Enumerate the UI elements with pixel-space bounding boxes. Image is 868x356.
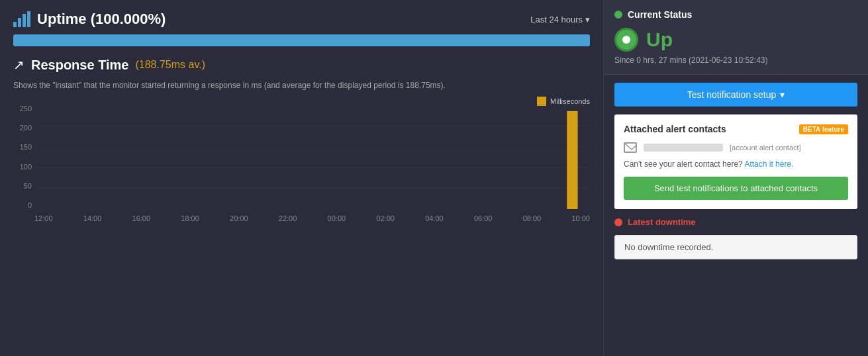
chart-inner <box>34 105 590 209</box>
current-status-title: Current Status <box>614 9 857 20</box>
x-axis-labels: 12:00 14:00 16:00 18:00 20:00 22:00 00:0… <box>34 214 590 222</box>
main-panel: Uptime (100.000%) Last 24 hours ▾ ↗ Resp… <box>0 0 603 356</box>
response-time-header: ↗ Response Time (188.75ms av.) <box>13 57 590 73</box>
x-label-2000: 20:00 <box>230 214 248 222</box>
attached-contacts-card: Attached alert contacts BETA feature [ac… <box>614 114 857 209</box>
attach-link-row: Can't see your alert contact here? Attac… <box>624 159 848 169</box>
right-panel: Current Status Up Since 0 hrs, 27 mins (… <box>603 0 868 356</box>
y-label-250: 250 <box>13 105 32 112</box>
attached-contacts-header: Attached alert contacts BETA feature <box>624 124 848 134</box>
x-label-1800: 18:00 <box>181 214 199 222</box>
x-label-0800: 08:00 <box>523 214 542 222</box>
send-test-notifications-button[interactable]: Send test notifications to attached cont… <box>624 177 848 200</box>
contact-label: [account alert contact] <box>730 144 801 152</box>
attach-it-here-link[interactable]: Attach it here. <box>744 159 793 169</box>
x-label-1400: 14:00 <box>83 214 102 222</box>
uptime-title: Uptime (100.000%) <box>13 11 166 28</box>
email-icon <box>624 142 637 153</box>
downtime-dot <box>614 218 622 226</box>
x-label-0000: 00:00 <box>328 214 346 222</box>
x-label-0400: 04:00 <box>425 214 444 222</box>
contact-email-masked <box>644 144 723 152</box>
x-label-0200: 02:00 <box>376 214 395 222</box>
y-label-100: 100 <box>13 163 32 171</box>
contact-row: [account alert contact] <box>624 142 848 153</box>
current-status-label: Current Status <box>628 9 692 20</box>
y-label-50: 50 <box>13 182 32 190</box>
uptime-label: Uptime (100.000%) <box>37 11 166 28</box>
response-time-avg: (188.75ms av.) <box>135 59 205 71</box>
beta-badge: BETA feature <box>799 124 848 134</box>
last24-label: Last 24 hours <box>530 15 583 24</box>
email-svg <box>625 144 637 153</box>
status-dot-header <box>614 11 622 19</box>
chart-svg <box>34 105 590 209</box>
trend-icon: ↗ <box>13 57 24 73</box>
uptime-header: Uptime (100.000%) Last 24 hours ▾ <box>13 11 590 28</box>
response-time-description: Shows the "instant" that the monitor sta… <box>13 81 590 90</box>
x-label-0600: 06:00 <box>474 214 493 222</box>
x-label-1000: 10:00 <box>571 214 590 222</box>
y-label-0: 0 <box>13 201 32 209</box>
current-status-card: Current Status Up Since 0 hrs, 27 mins (… <box>604 0 868 75</box>
test-notification-button[interactable]: Test notification setup ▾ <box>614 83 857 107</box>
latest-downtime-label: Latest downtime <box>628 217 696 227</box>
cant-see-text: Can't see your alert contact here? <box>624 159 743 169</box>
chevron-down-icon: ▾ <box>585 15 590 24</box>
chevron-down-icon: ▾ <box>780 89 785 100</box>
x-label-1200: 12:00 <box>34 214 53 222</box>
response-time-title: Response Time <box>31 58 128 73</box>
y-label-150: 150 <box>13 143 32 151</box>
status-up-row: Up <box>614 28 857 52</box>
x-label-1600: 16:00 <box>132 214 151 222</box>
chart-area: Milliseconds 250 200 150 100 50 0 <box>13 97 590 222</box>
no-downtime-text: No downtime recorded. <box>624 242 713 252</box>
test-notification-label: Test notification setup <box>687 89 777 100</box>
status-up-inner-dot <box>622 36 630 44</box>
bar-chart-icon <box>13 11 30 27</box>
status-up-text: Up <box>646 28 673 51</box>
svg-rect-6 <box>567 111 577 209</box>
x-label-2200: 22:00 <box>279 214 297 222</box>
uptime-progress-bar <box>13 34 590 46</box>
y-label-200: 200 <box>13 124 32 132</box>
latest-downtime-title: Latest downtime <box>614 217 857 227</box>
uptime-progress-fill <box>13 34 590 46</box>
last24-button[interactable]: Last 24 hours ▾ <box>530 15 590 24</box>
no-downtime-card: No downtime recorded. <box>614 235 857 259</box>
status-since: Since 0 hrs, 27 mins (2021-06-23 10:52:4… <box>614 56 857 65</box>
attached-contacts-title: Attached alert contacts <box>624 124 726 134</box>
latest-downtime-section: Latest downtime <box>614 217 857 232</box>
status-up-icon <box>614 28 638 52</box>
y-axis-labels: 250 200 150 100 50 0 <box>13 105 32 209</box>
